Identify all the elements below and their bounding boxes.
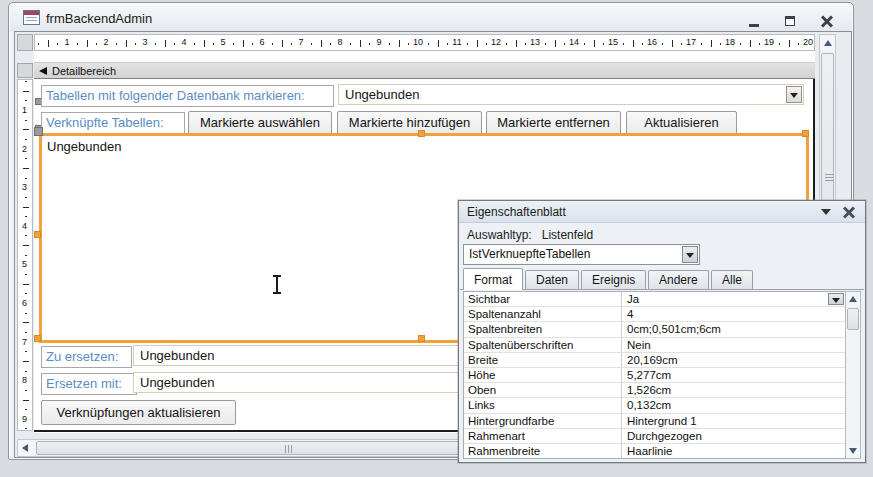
- replace-with-label[interactable]: Ersetzen mit:: [41, 373, 137, 395]
- property-value[interactable]: Haarlinie: [622, 444, 845, 458]
- property-value[interactable]: 20,169cm: [622, 353, 845, 367]
- property-value[interactable]: 1,526cm: [622, 383, 845, 397]
- property-value[interactable]: 5,277cm: [622, 368, 845, 382]
- database-combo-dropdown-button[interactable]: [786, 86, 802, 103]
- ruler-tick: [23, 91, 29, 92]
- vertical-ruler[interactable]: 123456789: [17, 79, 33, 431]
- property-sheet-titlebar[interactable]: Eigenschaftenblatt: [459, 201, 865, 223]
- minimize-button[interactable]: [748, 16, 761, 27]
- ruler-tick: [798, 43, 799, 45]
- property-scroll-thumb[interactable]: [847, 308, 859, 330]
- database-combo[interactable]: Ungebunden: [338, 84, 804, 105]
- property-value[interactable]: Ja: [622, 292, 845, 306]
- ruler-number: 7: [22, 337, 27, 347]
- object-selector-dropdown-button[interactable]: [682, 246, 698, 263]
- property-name[interactable]: Rahmenart: [464, 429, 622, 443]
- ruler-number: 1: [64, 37, 69, 47]
- ruler-tick: [750, 40, 751, 47]
- property-value[interactable]: Hintergrund 1: [622, 414, 845, 428]
- property-sheet-menu-icon[interactable]: [821, 209, 831, 215]
- property-row[interactable]: Breite20,169cm: [464, 353, 845, 368]
- ruler-tick: [96, 43, 97, 45]
- property-grid-scrollbar[interactable]: [845, 291, 861, 459]
- move-handle[interactable]: [34, 127, 43, 136]
- scroll-left-button[interactable]: [18, 440, 34, 456]
- object-selector-combo[interactable]: IstVerknuepfteTabellen: [463, 244, 700, 265]
- close-button[interactable]: [821, 16, 834, 27]
- property-name[interactable]: Links: [464, 398, 622, 412]
- restore-icon: [785, 16, 795, 26]
- ruler-number: 5: [22, 259, 27, 269]
- resize-handle-bottom[interactable]: [418, 335, 425, 342]
- add-marked-button[interactable]: Markierte hinzufügen: [337, 111, 482, 135]
- property-value[interactable]: 0,132cm: [622, 398, 845, 412]
- window-titlebar[interactable]: frmBackendAdmin: [10, 4, 852, 31]
- ruler-number: 2: [22, 144, 27, 154]
- restore-button[interactable]: [784, 16, 797, 27]
- property-row[interactable]: RahmenartDurchgezogen: [464, 429, 845, 444]
- tab-format[interactable]: Format: [463, 268, 523, 290]
- property-row[interactable]: RahmenbreiteHaarlinie: [464, 444, 845, 459]
- property-row[interactable]: Spaltenbreiten0cm;0,501cm;6cm: [464, 322, 845, 337]
- property-row[interactable]: HintergrundfarbeHintergrund 1: [464, 414, 845, 429]
- linked-tables-label[interactable]: Verknüpfte Tabellen:: [41, 112, 185, 134]
- section-corner-box[interactable]: [17, 63, 33, 78]
- remove-marked-button[interactable]: Markierte entfernen: [486, 111, 621, 135]
- ruler-tick: [681, 43, 682, 45]
- object-selector-value: IstVerknuepfteTabellen: [469, 247, 590, 261]
- property-value[interactable]: Durchgezogen: [622, 429, 845, 443]
- refresh-button[interactable]: Aktualisieren: [626, 111, 737, 135]
- ruler-tick: [282, 40, 283, 47]
- property-row[interactable]: Höhe5,277cm: [464, 368, 845, 383]
- ruler-number: 18: [725, 37, 735, 47]
- ruler-tick: [233, 43, 234, 45]
- scroll-down-button[interactable]: [846, 444, 860, 458]
- property-name[interactable]: Sichtbar: [464, 292, 622, 306]
- update-links-button[interactable]: Verknüpfungen aktualisieren: [41, 400, 236, 425]
- property-value-dropdown-button[interactable]: [828, 293, 844, 305]
- property-name[interactable]: Rahmenbreite: [464, 444, 622, 458]
- section-bar-detail[interactable]: Detailbereich: [34, 63, 815, 79]
- property-value[interactable]: Nein: [622, 338, 845, 352]
- mark-tables-label[interactable]: Tabellen mit folgender Datenbank markier…: [41, 85, 334, 107]
- ruler-tick: [711, 40, 712, 47]
- tab-alle[interactable]: Alle: [711, 270, 753, 290]
- ruler-tick: [779, 43, 780, 45]
- property-row[interactable]: Spaltenanzahl4: [464, 307, 845, 322]
- ruler-number: 12: [491, 37, 501, 47]
- property-value[interactable]: 0cm;0,501cm;6cm: [622, 322, 845, 336]
- resize-handle-left[interactable]: [34, 231, 41, 238]
- ruler-corner-box[interactable]: [17, 34, 33, 51]
- tab-andere[interactable]: Andere: [648, 270, 709, 290]
- property-name[interactable]: Spaltenbreiten: [464, 322, 622, 336]
- select-marked-button[interactable]: Markierte auswählen: [188, 111, 332, 135]
- property-row[interactable]: SichtbarJa: [464, 292, 845, 307]
- property-row[interactable]: SpaltenüberschriftenNein: [464, 338, 845, 353]
- replace-label[interactable]: Zu ersetzen:: [41, 346, 132, 368]
- ruler-tick: [116, 43, 117, 45]
- property-name[interactable]: Oben: [464, 383, 622, 397]
- resize-handle-top-right[interactable]: [802, 130, 809, 137]
- tab-ereignis[interactable]: Ereignis: [581, 270, 646, 290]
- section-bar-label: Detailbereich: [52, 64, 116, 79]
- scroll-up-button[interactable]: [820, 35, 835, 51]
- property-row[interactable]: Links0,132cm: [464, 398, 845, 413]
- property-row[interactable]: Oben1,526cm: [464, 383, 845, 398]
- thumb-grip: [825, 174, 833, 182]
- property-value[interactable]: 4: [622, 307, 845, 321]
- property-sheet-close-icon[interactable]: [843, 206, 855, 218]
- listbox-item[interactable]: Ungebunden: [47, 139, 121, 154]
- property-name[interactable]: Breite: [464, 353, 622, 367]
- ruler-tick: [525, 43, 526, 45]
- ruler-tick: [25, 293, 27, 294]
- property-name[interactable]: Spaltenanzahl: [464, 307, 622, 321]
- ruler-number: 11: [452, 37, 461, 47]
- horizontal-ruler[interactable]: 1234567891011121314151617181920: [34, 34, 815, 51]
- property-name[interactable]: Hintergrundfarbe: [464, 414, 622, 428]
- property-name[interactable]: Höhe: [464, 368, 622, 382]
- property-name[interactable]: Spaltenüberschriften: [464, 338, 622, 352]
- resize-handle-bottom-left[interactable]: [34, 335, 41, 342]
- tab-daten[interactable]: Daten: [525, 270, 579, 290]
- resize-handle-top[interactable]: [418, 130, 425, 137]
- scroll-up-button[interactable]: [846, 292, 860, 306]
